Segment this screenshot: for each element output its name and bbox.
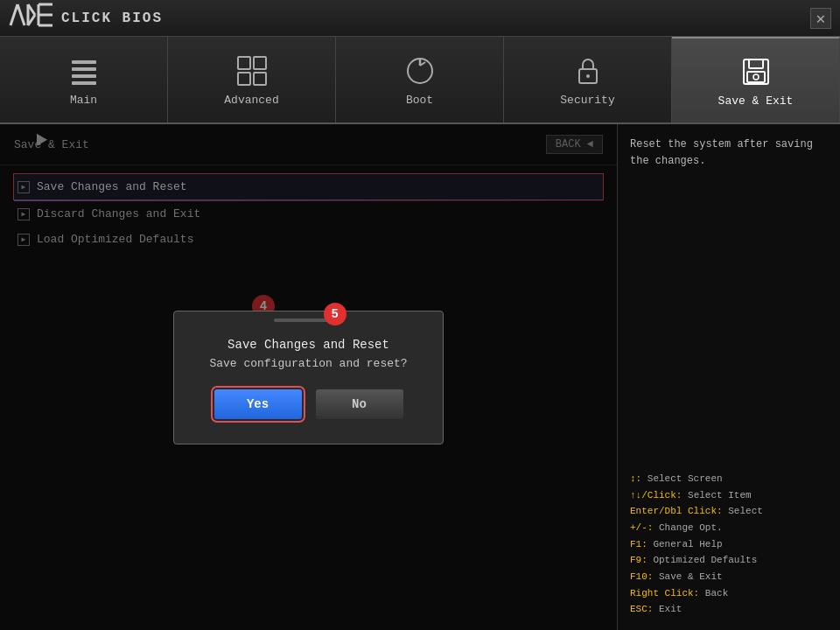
key-label: F9: (630, 555, 648, 565)
key-label: ↑↓/Click: (630, 490, 682, 500)
security-label: Security (560, 94, 614, 107)
nav-tab-main[interactable]: Main (0, 37, 168, 122)
dialog: Save Changes and Reset Save configuratio… (173, 311, 443, 444)
help-text: Reset the system after saving the change… (630, 136, 828, 170)
svg-rect-10 (72, 67, 96, 71)
advanced-label: Advanced (224, 94, 278, 107)
keybinding-line: +/-: Change Opt. (630, 520, 828, 536)
svg-line-1 (18, 4, 24, 25)
key-label: +/-: (630, 522, 653, 533)
advanced-icon (234, 53, 270, 88)
yes-button[interactable]: Yes (214, 389, 302, 419)
main-icon (66, 53, 102, 88)
right-panel: Reset the system after saving the change… (617, 124, 840, 630)
svg-rect-14 (254, 57, 266, 69)
svg-rect-13 (238, 57, 250, 69)
key-desc: Select (728, 506, 763, 516)
keybinding-line: Enter/Dbl Click: Select (630, 503, 828, 520)
close-button[interactable]: ✕ (810, 8, 831, 29)
nav-tab-security[interactable]: Security (504, 37, 672, 122)
key-desc: Back (705, 588, 728, 598)
key-label: ESC: (630, 604, 653, 614)
key-desc: Optimized Defaults (653, 555, 757, 565)
key-desc: General Help (653, 539, 722, 550)
key-label: Enter/Dbl Click: (630, 506, 723, 516)
svg-rect-11 (72, 74, 96, 78)
svg-rect-23 (749, 60, 763, 68)
keybindings: ↕: Select Screen↑↓/Click: Select ItemEnt… (630, 471, 828, 618)
keybinding-line: F1: General Help (630, 536, 828, 553)
key-label: Right Click: (630, 588, 699, 598)
nav-tab-advanced[interactable]: Advanced (168, 37, 336, 122)
save-exit-label: Save & Exit (718, 94, 794, 108)
keybinding-line: ↑↓/Click: Select Item (630, 487, 828, 504)
keybinding-line: ESC: Exit (630, 601, 828, 618)
svg-rect-16 (254, 73, 266, 85)
step-5-badge: 5 (324, 303, 346, 326)
dialog-title: Save Changes and Reset (209, 338, 407, 352)
titlebar: CLICK BIOS ✕ (0, 0, 840, 37)
msi-logo (9, 3, 54, 33)
nav-tab-save-exit[interactable]: Save & Exit (672, 37, 840, 122)
svg-line-0 (10, 4, 18, 25)
key-desc: Select Item (688, 490, 752, 500)
nav-tab-boot[interactable]: Boot (336, 37, 504, 122)
dialog-body: Save configuration and reset? (209, 357, 407, 370)
security-icon (570, 53, 606, 88)
key-desc: Select Screen (648, 473, 723, 484)
navbar: MainAdvancedBootSecuritySave & Exit (0, 37, 840, 124)
svg-point-21 (586, 74, 590, 78)
keybinding-line: F9: Optimized Defaults (630, 552, 828, 569)
svg-rect-12 (72, 81, 96, 85)
svg-rect-24 (747, 72, 765, 82)
boot-label: Boot (406, 94, 433, 107)
svg-point-25 (753, 74, 759, 80)
save-exit-icon (738, 54, 774, 89)
key-label: ↕: (630, 473, 641, 484)
svg-rect-9 (72, 60, 96, 64)
dialog-buttons: Yes No (209, 389, 407, 419)
no-button[interactable]: No (316, 389, 403, 419)
key-desc: Save & Exit (659, 571, 723, 582)
key-label: F1: (630, 539, 648, 550)
keybinding-line: Right Click: Back (630, 585, 828, 602)
svg-rect-15 (238, 73, 250, 85)
boot-icon (402, 53, 438, 88)
main-label: Main (70, 94, 97, 107)
key-label: F10: (630, 571, 653, 582)
main-content: Save & Exit BACK ◄ ▶Save Changes and Res… (0, 124, 840, 630)
dialog-overlay: Save Changes and Reset Save configuratio… (0, 124, 617, 630)
left-panel: Save & Exit BACK ◄ ▶Save Changes and Res… (0, 124, 617, 630)
key-desc: Exit (659, 604, 682, 614)
click-bios-text: CLICK BIOS (61, 10, 163, 26)
keybinding-line: F10: Save & Exit (630, 569, 828, 585)
logo-area: CLICK BIOS (9, 3, 163, 33)
key-desc: Change Opt. (659, 522, 723, 533)
keybinding-line: ↕: Select Screen (630, 471, 828, 487)
